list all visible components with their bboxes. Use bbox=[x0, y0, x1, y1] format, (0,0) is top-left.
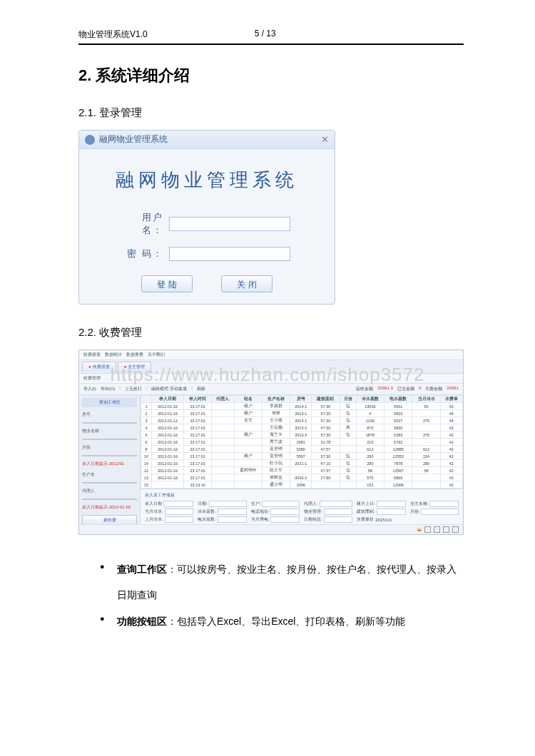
status-bar: ⬓ bbox=[79, 524, 463, 534]
tab-fee[interactable]: ●收费设置 bbox=[82, 362, 116, 372]
subsection-fee-title: 2.2. 收费管理 bbox=[78, 326, 464, 339]
table-row[interactable]: 1523:13:16盛立明20961521200642 bbox=[141, 481, 463, 489]
room-label: 房号 bbox=[82, 412, 137, 418]
form-input[interactable] bbox=[270, 509, 300, 515]
password-label: 密 码： bbox=[123, 247, 163, 260]
import-button[interactable]: 导入(I) bbox=[83, 386, 96, 392]
owed-label: 欠费金额 bbox=[425, 386, 442, 392]
status-square-icon bbox=[443, 526, 449, 533]
menu-item[interactable]: 关于我们 bbox=[148, 352, 165, 358]
page-header: 物业管理系统V1.0 5 / 13 bbox=[78, 29, 464, 45]
app-icon bbox=[85, 135, 95, 145]
paid-label: 已交金额 bbox=[397, 386, 414, 392]
entry-form: 录入表工作项目 录入日期 日期: 住户: 代理人: 租月上日: 业主名称: 当月… bbox=[141, 489, 463, 524]
column-header: 月份 bbox=[340, 396, 356, 403]
month-label: 月份 bbox=[82, 444, 137, 451]
table-row[interactable]: 62012-01-1623:17:01秀兰波208131.78210576242 bbox=[141, 439, 463, 446]
query-header: 查询工作区 bbox=[82, 398, 137, 407]
status-square-icon bbox=[452, 526, 459, 533]
table-header-row: 录入日期录入时间代理人组名住户名称房号建筑面积月份冷水基数电水基数当月冷水水费单 bbox=[141, 396, 463, 403]
close-icon[interactable]: ✕ bbox=[321, 134, 329, 145]
export-button[interactable]: 导出(O) bbox=[101, 386, 116, 392]
fee-table: 录入日期录入时间代理人组名住户名称房号建筑面积月份冷水基数电水基数当月冷水水费单… bbox=[141, 395, 463, 489]
menu-item[interactable]: 数据查看 bbox=[126, 352, 143, 358]
username-input[interactable] bbox=[169, 217, 290, 231]
column-header: 房号 bbox=[290, 396, 312, 403]
receivable-value: 20361.3 bbox=[377, 386, 393, 392]
form-input[interactable] bbox=[377, 509, 406, 515]
status-square-icon bbox=[424, 526, 431, 533]
password-input[interactable] bbox=[169, 247, 290, 261]
tab-owner[interactable]: ●业主管理 bbox=[118, 362, 152, 372]
new-fee-button[interactable]: 新收费 bbox=[82, 515, 137, 524]
date-hint-2: 录入日期提示:2012-01-02 bbox=[82, 504, 137, 511]
table-row[interactable]: 52012-01-1623:17:01租户海兰卡2016-357.30位1878… bbox=[141, 431, 463, 439]
status-square-icon bbox=[434, 526, 440, 533]
date-hint-1: 录入日期提示:2012/01 bbox=[82, 461, 137, 467]
table-row[interactable]: 22012-01-1623:17:01租户何林2014-157.30位45823… bbox=[141, 410, 463, 417]
column-header: 水费单 bbox=[440, 396, 462, 403]
form-input[interactable] bbox=[209, 501, 247, 507]
menu-item[interactable]: 数据统计 bbox=[105, 352, 122, 358]
paid-value: 0 bbox=[419, 386, 421, 392]
fee-toolbar: 导入(I) 导出(O) | 上无效行 | 编辑模式 手动集成 | 刷新 应收金额… bbox=[79, 384, 463, 395]
form-input[interactable] bbox=[218, 516, 247, 523]
invalid-row-button[interactable]: 上无效行 bbox=[125, 386, 142, 392]
fee-menubar: 收费设置 数据统计 数据查看 关于我们 bbox=[79, 350, 463, 360]
resident-label: 住户名 bbox=[82, 471, 137, 478]
subsection-login-title: 2.1. 登录管理 bbox=[78, 106, 464, 120]
column-header: 录入日期 bbox=[152, 396, 184, 403]
form-input[interactable] bbox=[320, 501, 353, 507]
form-input[interactable] bbox=[218, 509, 247, 515]
agent-label: 代理人 bbox=[82, 488, 137, 494]
column-header: 代理人 bbox=[212, 396, 234, 403]
username-label: 用户名： bbox=[123, 211, 163, 237]
property-input[interactable] bbox=[82, 439, 137, 440]
form-input[interactable] bbox=[262, 501, 300, 507]
login-window: 融网物业管理系统 ✕ 融网物业管理系统 用户名： 密 码： 登 陆 关 闭 bbox=[78, 130, 335, 305]
notes-list: 查询工作区：可以按房号、按业主名、按月份、按住户名、按代理人、按录入日期查询 功… bbox=[78, 556, 464, 634]
refresh-button[interactable]: 刷新 bbox=[197, 386, 205, 392]
table-row[interactable]: 82012-01-1623:17:01蓝登明538047.57612128856… bbox=[141, 446, 463, 453]
table-row[interactable]: 122012-01-1623:17:01黄村明年陆立平47.57位5812567… bbox=[141, 467, 463, 474]
agent-input[interactable] bbox=[82, 499, 137, 500]
column-header: 当月冷水 bbox=[412, 396, 440, 403]
form-input[interactable] bbox=[421, 509, 459, 515]
close-button[interactable]: 关 闭 bbox=[221, 275, 272, 292]
edit-mode-label: 编辑模式 手动集成 bbox=[151, 386, 187, 392]
form-input[interactable] bbox=[163, 501, 193, 507]
owed-value: 20361 bbox=[447, 386, 459, 392]
form-input[interactable] bbox=[429, 501, 459, 507]
table-row[interactable]: 132012-01-1623:17:01崔林友0026-227.80位57558… bbox=[141, 474, 463, 481]
month-input[interactable] bbox=[82, 455, 137, 456]
room-input[interactable] bbox=[82, 422, 137, 424]
fee-panel-label: 收费管理 bbox=[79, 374, 463, 384]
column-header: 录入时间 bbox=[184, 396, 212, 403]
section-title: 2. 系统详细介绍 bbox=[78, 65, 464, 86]
property-label: 物业名称 bbox=[82, 428, 137, 434]
form-input[interactable] bbox=[165, 516, 194, 523]
login-titlebar: 融网物业管理系统 ✕ bbox=[79, 131, 335, 149]
form-input[interactable] bbox=[324, 509, 353, 515]
note-item: 查询工作区：可以按房号、按业主名、按月份、按住户名、按代理人、按录入日期查询 bbox=[100, 556, 464, 608]
form-input[interactable] bbox=[324, 516, 353, 523]
fee-tabs: ●收费设置 ●业主管理 bbox=[79, 360, 463, 374]
form-input[interactable] bbox=[165, 509, 194, 515]
menu-item[interactable]: 收费设置 bbox=[83, 352, 101, 358]
login-heading: 融网物业管理系统 bbox=[89, 168, 325, 193]
table-row[interactable]: 12012-01-1623:17:01租户李就群2014-157.30位1350… bbox=[141, 403, 463, 410]
login-button[interactable]: 登 陆 bbox=[141, 275, 193, 292]
table-row[interactable]: 142012-01-1623:17:01杜小玩2021-147.10位28078… bbox=[141, 460, 463, 467]
column-header bbox=[141, 396, 152, 403]
form-input[interactable] bbox=[270, 516, 300, 523]
query-sidebar: 查询工作区 房号 物业名称 月份 录入日期提示:2012/01 住户名 代理人 … bbox=[79, 395, 141, 524]
page-number: 5 / 13 bbox=[255, 29, 276, 41]
resident-input[interactable] bbox=[82, 482, 137, 484]
form-title: 录入表工作项目 bbox=[145, 492, 459, 499]
form-input[interactable] bbox=[377, 501, 406, 507]
column-header: 电水基数 bbox=[384, 396, 412, 403]
table-row[interactable]: 42012-01-1623:17:01王石杨2015-247.50角870582… bbox=[141, 424, 463, 431]
table-row[interactable]: 32012-01-1223:17:01业主王小燕2014-157.30位1156… bbox=[141, 417, 463, 424]
table-row[interactable]: 102012-01-1623:17:01租户蓝登明559737.30位29012… bbox=[141, 453, 463, 460]
column-header: 冷水基数 bbox=[356, 396, 384, 403]
